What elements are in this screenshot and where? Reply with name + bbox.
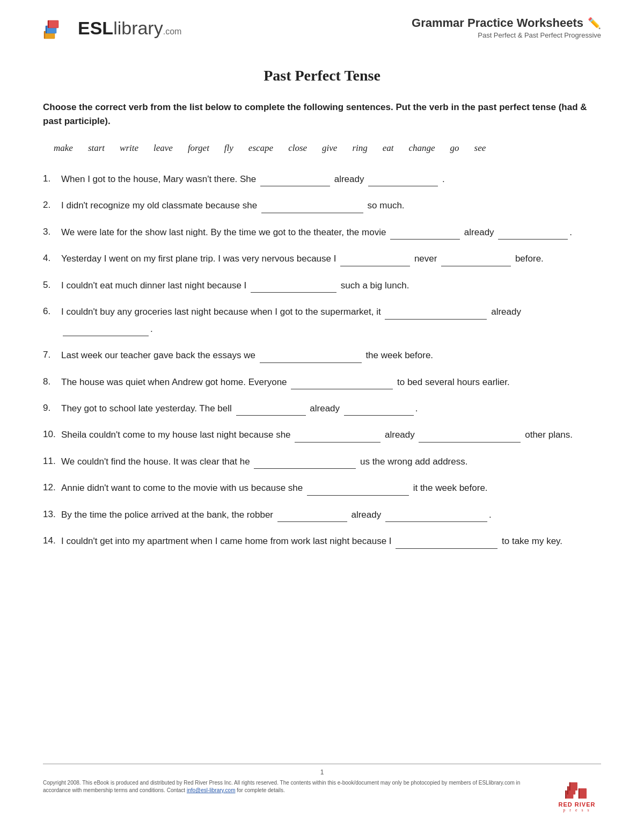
red-river-logo: Red River p r e s s [553,779,601,813]
sentence-num-2: 2. [43,197,58,214]
sentence-10: 10. Sheila couldn't come to my house las… [43,426,601,443]
word-leave: leave [153,143,173,154]
page-title: Past Perfect Tense [43,67,601,84]
sentence-num-13: 13. [43,506,58,523]
blank-6b [63,335,149,336]
sentence-num-4: 4. [43,250,58,267]
blank-4b [441,265,511,266]
svg-rect-10 [565,791,566,799]
red-river-press: p r e s s [563,808,590,813]
word-make: make [54,143,73,154]
sentence-text-10: Sheila couldn't come to my house last ni… [61,426,601,443]
header-right: Grammar Practice Worksheets ✏️ Past Perf… [412,16,601,39]
word-list: make start write leave forget fly escape… [43,143,601,154]
blank-6a [385,318,487,320]
blank-1b [368,185,438,186]
sentence-2: 2. I didn't recognize my old classmate b… [43,197,601,214]
word-go: go [450,143,459,154]
blank-9b [344,415,414,416]
sentence-text-12: Annie didn't want to come to the movie w… [61,480,601,496]
blank-13b [385,521,487,522]
blank-2 [261,212,363,213]
sentence-3: 3. We were late for the show last night.… [43,224,601,241]
svg-rect-9 [579,788,587,799]
blank-14 [396,548,497,549]
logo-text: ESLlibrary.com [78,18,181,39]
sentence-list: 1. When I got to the house, Mary wasn't … [43,171,601,550]
pencil-icon: ✏️ [588,17,601,30]
svg-rect-11 [567,786,568,794]
blank-10b [419,441,521,443]
sentence-num-7: 7. [43,347,58,364]
blank-4a [340,265,410,266]
blank-12 [307,495,409,496]
blank-1a [260,185,330,186]
sentence-text-1: When I got to the house, Mary wasn't the… [61,171,601,187]
blank-8 [291,388,393,389]
sentence-14: 14. I couldn't get into my apartment whe… [43,533,601,549]
logo-area: ESLlibrary.com [43,16,181,40]
blank-11 [254,468,356,469]
word-forget: forget [188,143,209,154]
sentence-text-8: The house was quiet when Andrew got home… [61,374,601,390]
copyright-end: for complete details. [237,787,285,793]
sentence-text-6: I couldn't buy any groceries last night … [61,303,601,337]
grammar-subtitle: Past Perfect & Past Perfect Progressive [412,31,601,39]
logo-library: library [113,18,163,38]
sentence-text-7: Last week our teacher gave back the essa… [61,347,601,364]
footer-copyright: Copyright 2008. This eBook is produced a… [43,779,542,794]
page: ESLlibrary.com Grammar Practice Workshee… [0,0,644,834]
word-change: change [409,143,435,154]
sentence-text-2: I didn't recognize my old classmate beca… [61,197,601,214]
esl-logo-icon [43,16,72,40]
sentence-num-11: 11. [43,453,58,470]
red-river-text: Red River [559,801,596,808]
sentence-num-3: 3. [43,224,58,241]
sentence-text-13: By the time the police arrived at the ba… [61,506,601,523]
header: ESLlibrary.com Grammar Practice Workshee… [43,16,601,46]
svg-rect-5 [48,20,49,28]
sentence-text-9: They got to school late yesterday. The b… [61,400,601,417]
sentence-num-6: 6. [43,303,58,320]
svg-rect-12 [569,782,570,791]
word-fly: fly [224,143,233,154]
sentence-text-14: I couldn't get into my apartment when I … [61,533,601,549]
sentence-num-12: 12. [43,480,58,496]
sentence-num-8: 8. [43,374,58,390]
svg-rect-4 [46,26,47,33]
sentence-6: 6. I couldn't buy any groceries last nig… [43,303,601,337]
sentence-num-5: 5. [43,277,58,294]
svg-rect-2 [48,20,58,28]
logo-esl: ESL [78,18,113,38]
sentence-11: 11. We couldn't find the house. It was c… [43,453,601,470]
blank-13a [277,521,347,522]
word-ring: ring [352,143,367,154]
footer-divider [43,764,601,764]
blank-3a [390,238,460,240]
sentence-text-11: We couldn't find the house. It was clear… [61,453,601,470]
word-close: close [288,143,307,154]
footer-email[interactable]: info@esl-library.com [187,787,236,793]
blank-5 [251,292,336,293]
footer: 1 Copyright 2008. This eBook is produced… [43,764,601,813]
sentence-12: 12. Annie didn't want to come to the mov… [43,480,601,496]
page-number: 1 [43,768,601,776]
blank-9a [236,415,306,416]
word-give: give [322,143,337,154]
word-eat: eat [383,143,394,154]
sentence-4: 4. Yesterday I went on my first plane tr… [43,250,601,267]
blank-7 [260,362,362,363]
sentence-9: 9. They got to school late yesterday. Th… [43,400,601,417]
svg-rect-8 [569,782,577,791]
word-start: start [88,143,105,154]
word-escape: escape [248,143,273,154]
sentence-5: 5. I couldn't eat much dinner last night… [43,277,601,294]
red-river-icon [564,779,590,800]
sentence-text-5: I couldn't eat much dinner last night be… [61,277,601,294]
sentence-text-3: We were late for the show last night. By… [61,224,601,241]
grammar-title: Grammar Practice Worksheets ✏️ [412,16,601,30]
sentence-1: 1. When I got to the house, Mary wasn't … [43,171,601,187]
svg-rect-13 [579,788,580,799]
grammar-title-text: Grammar Practice Worksheets [412,16,583,30]
sentence-num-9: 9. [43,400,58,417]
